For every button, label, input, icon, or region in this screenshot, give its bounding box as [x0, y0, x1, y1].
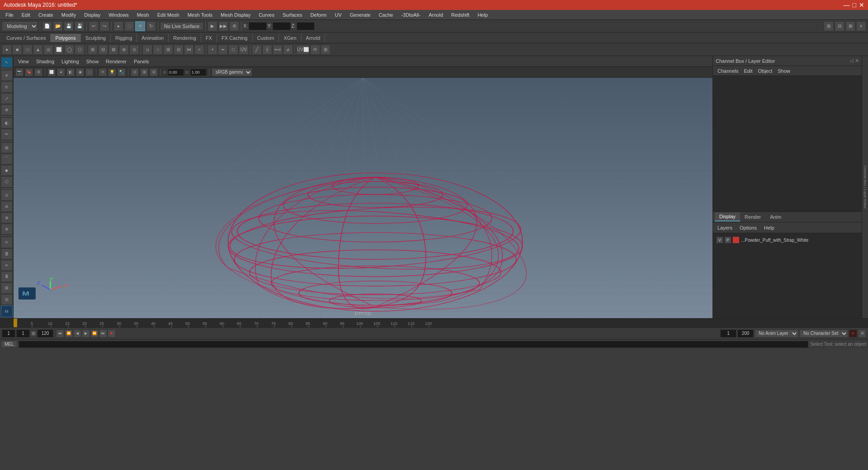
cone-icon-btn[interactable]: ▲: [33, 45, 43, 55]
wireframe-btn[interactable]: ⬜: [47, 68, 56, 76]
maximize-button[interactable]: □: [853, 1, 856, 9]
record-btn[interactable]: ⏺: [108, 329, 116, 338]
mirror-btn[interactable]: ⋈: [184, 45, 194, 55]
toolbar-icon-1[interactable]: ⊞: [824, 21, 834, 31]
menu-surfaces[interactable]: Surfaces: [279, 11, 306, 19]
left-extra-5[interactable]: ≡: [1, 237, 13, 248]
use-default-lighting-btn[interactable]: ☀: [99, 68, 107, 76]
menu-uv[interactable]: UV: [331, 11, 345, 19]
character-set-dropdown[interactable]: No Character Set: [799, 329, 848, 338]
menu-curves[interactable]: Curves: [255, 11, 278, 19]
object-menu[interactable]: Object: [755, 67, 775, 75]
left-extra-6[interactable]: ≣: [1, 249, 13, 259]
playback-start-input[interactable]: [720, 329, 736, 338]
vp-menu-lighting[interactable]: Lighting: [59, 58, 82, 65]
tab-fx[interactable]: FX: [201, 34, 217, 42]
tab-animation[interactable]: Animation: [137, 34, 169, 42]
frame-all-btn[interactable]: ⊟: [150, 68, 158, 76]
uv-layout-btn[interactable]: ⊞: [321, 45, 330, 55]
left-extra-9[interactable]: ⊞: [1, 282, 13, 293]
torus-icon-btn[interactable]: ◎: [43, 45, 53, 55]
play-back-btn[interactable]: ◀: [73, 329, 81, 338]
auto-key-btn[interactable]: K: [849, 329, 857, 338]
menu-deform[interactable]: Deform: [307, 11, 330, 19]
go-to-end-btn[interactable]: ⏭: [99, 329, 107, 338]
snap-surface-btn[interactable]: ⬡: [1, 176, 13, 187]
menu-redshift[interactable]: Redshift: [448, 11, 473, 19]
minimize-button[interactable]: —: [844, 1, 850, 9]
use-selected-lights-btn[interactable]: 🔦: [118, 68, 126, 76]
left-extra-1[interactable]: ⊙: [1, 189, 13, 200]
gamma-input-1[interactable]: [168, 69, 184, 76]
soft-select-btn[interactable]: ◐: [1, 118, 13, 128]
snap-point-btn[interactable]: ◆: [1, 165, 13, 176]
current-frame-input[interactable]: [16, 329, 30, 338]
modeling-dropdown[interactable]: Modeling: [2, 21, 38, 31]
combine-btn[interactable]: ∪: [142, 45, 152, 55]
menu-mesh[interactable]: Mesh: [133, 11, 153, 19]
toolbar-icon-2[interactable]: ⊟: [835, 21, 844, 31]
menu-cache[interactable]: Cache: [375, 11, 397, 19]
right-edge-tab[interactable]: Channel Box / Layer Editor: [862, 56, 868, 318]
layer-visibility-btn[interactable]: V: [717, 237, 723, 243]
x-input[interactable]: [249, 22, 267, 30]
vp-menu-shading[interactable]: Shading: [33, 58, 57, 65]
face-mode-btn[interactable]: □: [228, 45, 238, 55]
cylinder-icon-btn[interactable]: ⬭: [23, 45, 33, 55]
menu-modify[interactable]: Modify: [58, 11, 80, 19]
connect-btn[interactable]: ⌀: [283, 45, 293, 55]
rotate-tool-left[interactable]: ↻: [1, 81, 13, 92]
display-tab[interactable]: Display: [715, 212, 740, 221]
save-file-button[interactable]: 💾: [64, 21, 74, 31]
tab-custom[interactable]: Custom: [253, 34, 279, 42]
move-tool-button[interactable]: ✛: [135, 21, 145, 31]
menu-help[interactable]: Help: [474, 11, 491, 19]
left-extra-10[interactable]: ⊟: [1, 294, 13, 305]
gamma-input-2[interactable]: [190, 69, 207, 76]
prism-icon-btn[interactable]: ⬡: [75, 45, 85, 55]
tab-rendering[interactable]: Rendering: [169, 34, 201, 42]
snap-grid-btn[interactable]: ⊞: [1, 142, 13, 153]
tab-rigging[interactable]: Rigging: [111, 34, 137, 42]
vp-menu-view[interactable]: View: [15, 58, 32, 65]
camera-attrib-btn[interactable]: ⚙: [34, 68, 42, 76]
close-button[interactable]: ✕: [859, 1, 864, 9]
rotate-tool-button[interactable]: ↻: [146, 21, 156, 31]
sphere-icon-btn[interactable]: ●: [2, 45, 12, 55]
menu-mesh-display[interactable]: Mesh Display: [217, 11, 254, 19]
use-all-lights-btn[interactable]: 💡: [108, 68, 116, 76]
separate-btn[interactable]: ∩: [153, 45, 163, 55]
layers-option[interactable]: Layers: [715, 224, 735, 231]
uv-editor-btn[interactable]: UV⬜: [296, 45, 310, 55]
camera-btn[interactable]: 📷: [15, 68, 24, 76]
render-button[interactable]: ▶: [208, 21, 217, 31]
menu-edit[interactable]: Edit: [18, 11, 34, 19]
layer-playback-btn[interactable]: P: [725, 237, 731, 243]
z-input[interactable]: [297, 22, 315, 30]
render-settings-button[interactable]: ⚙: [229, 21, 239, 31]
left-extra-3[interactable]: ⊗: [1, 212, 13, 223]
start-frame-input[interactable]: [2, 329, 15, 338]
undo-button[interactable]: ↩: [89, 21, 99, 31]
playback-end-input[interactable]: [737, 329, 754, 338]
vertex-mode-btn[interactable]: •: [208, 45, 217, 55]
bridge-btn[interactable]: ⊠: [108, 45, 118, 55]
xray-btn[interactable]: ◌: [85, 68, 94, 76]
bookmarks-btn[interactable]: 🔖: [25, 68, 33, 76]
go-to-start-btn[interactable]: ⏮: [56, 329, 64, 338]
scale-tool-left[interactable]: ⤢: [1, 93, 13, 104]
bevel-btn[interactable]: ⊟: [98, 45, 108, 55]
universal-tool-left[interactable]: ⊕: [1, 104, 13, 115]
left-extra-2[interactable]: ⊘: [1, 201, 13, 212]
command-input[interactable]: [19, 341, 809, 348]
toolbar-icon-4[interactable]: ≡: [856, 21, 866, 31]
extrude-btn[interactable]: ⊞: [88, 45, 98, 55]
snap-curve-btn[interactable]: ⌒: [1, 154, 13, 164]
tab-curves-surfaces[interactable]: Curves / Surfaces: [2, 34, 51, 42]
offset-edge-btn[interactable]: ⟺: [273, 45, 283, 55]
wireframe-on-shade-btn[interactable]: ◉: [76, 68, 84, 76]
tab-fx-caching[interactable]: FX Caching: [217, 34, 252, 42]
render-sequence-button[interactable]: ▶▶: [218, 21, 228, 31]
help-option[interactable]: Help: [761, 224, 777, 231]
menu-mesh-tools[interactable]: Mesh Tools: [184, 11, 216, 19]
